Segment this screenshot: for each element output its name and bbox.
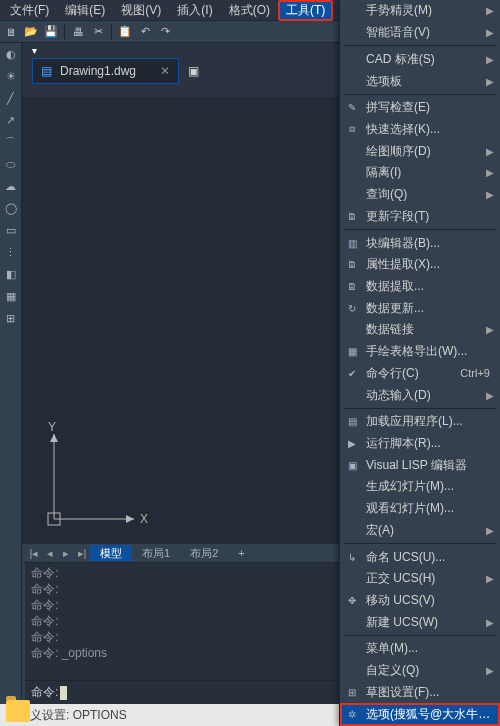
left-tool-2[interactable]: ╱ — [2, 89, 20, 107]
menu-item[interactable]: ▤加载应用程序(L)... — [340, 411, 500, 433]
toolbar-btn-4[interactable]: ✂ — [89, 23, 107, 41]
menu-blank-icon — [344, 25, 360, 41]
menu-blank-icon — [344, 614, 360, 630]
menu-编辑(E)[interactable]: 编辑(E) — [57, 0, 113, 21]
layout-tab-模型[interactable]: 模型 — [90, 545, 132, 561]
left-tool-3[interactable]: ↗ — [2, 111, 20, 129]
menu-格式(O)[interactable]: 格式(O) — [221, 0, 278, 21]
menu-glyph-icon: ✥ — [344, 592, 360, 608]
menu-item[interactable]: 生成幻灯片(M)... — [340, 476, 500, 498]
menu-item[interactable]: ✎拼写检查(E) — [340, 97, 500, 119]
menu-item[interactable]: 选项板▶ — [340, 70, 500, 92]
left-tool-12[interactable]: ⊞ — [2, 309, 20, 327]
layout-tab-布局1[interactable]: 布局1 — [132, 545, 180, 561]
menu-item[interactable]: ▣Visual LISP 编辑器 — [340, 454, 500, 476]
menu-item-label: 动态输入(D) — [366, 387, 480, 404]
menu-工具(T)[interactable]: 工具(T) — [278, 0, 333, 21]
toolbar-btn-0[interactable]: 🗎 — [2, 23, 20, 41]
menu-item[interactable]: 观看幻灯片(M)... — [340, 498, 500, 520]
menu-item[interactable]: ↻数据更新... — [340, 297, 500, 319]
left-tool-8[interactable]: ▭ — [2, 221, 20, 239]
menu-item[interactable]: ▥块编辑器(B)... — [340, 232, 500, 254]
left-tool-9[interactable]: ⋮ — [2, 243, 20, 261]
menu-item[interactable]: 查询(Q)▶ — [340, 184, 500, 206]
menu-item-label: 加载应用程序(L)... — [366, 413, 494, 430]
menu-item-label: 智能语音(V) — [366, 24, 480, 41]
menu-item-label: 隔离(I) — [366, 164, 480, 181]
menu-item[interactable]: ⊞草图设置(F)... — [340, 681, 500, 703]
menu-item[interactable]: ✔命令行(C)Ctrl+9 — [340, 362, 500, 384]
tools-menu: 手势精灵(M)▶智能语音(V)▶CAD 标准(S)▶选项板▶✎拼写检查(E)⧈快… — [339, 0, 500, 726]
left-tool-4[interactable]: ⌒ — [2, 133, 20, 151]
menu-item-label: 命名 UCS(U)... — [366, 549, 494, 566]
toolbar-btn-5[interactable]: 📋 — [116, 23, 134, 41]
nav-prev-icon[interactable]: ◂ — [42, 547, 58, 560]
left-tool-11[interactable]: ▦ — [2, 287, 20, 305]
svg-text:X: X — [140, 512, 148, 526]
menu-item[interactable]: 新建 UCS(W)▶ — [340, 611, 500, 633]
left-tool-10[interactable]: ◧ — [2, 265, 20, 283]
menu-blank-icon — [344, 571, 360, 587]
menu-item[interactable]: 正交 UCS(H)▶ — [340, 568, 500, 590]
close-icon[interactable]: ✕ — [160, 64, 170, 78]
toolbar-btn-3[interactable]: 🖶 — [69, 23, 87, 41]
layout-tab-布局2[interactable]: 布局2 — [180, 545, 228, 561]
menu-视图(V)[interactable]: 视图(V) — [113, 0, 169, 21]
ucs-icon: X Y — [44, 419, 154, 532]
menu-item[interactable]: ✥移动 UCS(V) — [340, 590, 500, 612]
new-tab-button[interactable]: ▣ — [188, 64, 199, 78]
menu-item-label: 宏(A) — [366, 522, 480, 539]
left-tool-6[interactable]: ☁ — [2, 177, 20, 195]
menu-separator — [344, 94, 496, 95]
menu-item[interactable]: 自定义(Q)▶ — [340, 660, 500, 682]
toolbar-btn-1[interactable]: 📂 — [22, 23, 40, 41]
menu-item-label: 选项(搜狐号@大水牛测绘 — [366, 706, 494, 723]
menu-item[interactable]: 手势精灵(M)▶ — [340, 0, 500, 22]
menu-item[interactable]: 智能语音(V)▶ — [340, 22, 500, 44]
nav-first-icon[interactable]: |◂ — [26, 547, 42, 560]
menu-item[interactable]: 菜单(M)... — [340, 638, 500, 660]
nav-last-icon[interactable]: ▸| — [74, 547, 90, 560]
menu-blank-icon — [344, 322, 360, 338]
toolbar-btn-6[interactable]: ↶ — [136, 23, 154, 41]
menu-blank-icon — [344, 51, 360, 67]
menu-glyph-icon: ▦ — [344, 344, 360, 360]
left-tool-1[interactable]: ☀ — [2, 67, 20, 85]
menu-item[interactable]: CAD 标准(S)▶ — [340, 48, 500, 70]
left-tool-5[interactable]: ⬭ — [2, 155, 20, 173]
toolbar-btn-2[interactable]: 💾 — [42, 23, 60, 41]
toolbar-btn-7[interactable]: ↷ — [156, 23, 174, 41]
menu-item[interactable]: ⧈快速选择(K)... — [340, 119, 500, 141]
menu-item[interactable]: 动态输入(D)▶ — [340, 384, 500, 406]
submenu-arrow-icon: ▶ — [486, 573, 494, 584]
menu-blank-icon — [344, 501, 360, 517]
menu-文件(F)[interactable]: 文件(F) — [2, 0, 57, 21]
nav-next-icon[interactable]: ▸ — [58, 547, 74, 560]
menu-item[interactable]: 🗎属性提取(X)... — [340, 254, 500, 276]
menu-item[interactable]: ↳命名 UCS(U)... — [340, 546, 500, 568]
menu-item-label: 绘图顺序(D) — [366, 143, 480, 160]
menu-item-label: 手势精灵(M) — [366, 2, 480, 19]
left-tool-7[interactable]: ◯ — [2, 199, 20, 217]
submenu-arrow-icon: ▶ — [486, 189, 494, 200]
menu-item[interactable]: 宏(A)▶ — [340, 519, 500, 541]
menu-item-label: 块编辑器(B)... — [366, 235, 494, 252]
document-tab[interactable]: ▤ Drawing1.dwg ✕ — [32, 58, 179, 84]
add-layout-button[interactable]: + — [228, 545, 254, 561]
menu-item[interactable]: 🗎更新字段(T) — [340, 205, 500, 227]
menu-插入(I)[interactable]: 插入(I) — [169, 0, 220, 21]
menu-blank-icon — [344, 522, 360, 538]
menu-item-label: 更新字段(T) — [366, 208, 494, 225]
menu-item-label: 观看幻灯片(M)... — [366, 500, 494, 517]
menu-item[interactable]: 隔离(I)▶ — [340, 162, 500, 184]
menu-glyph-icon: ✲ — [344, 707, 360, 723]
menu-item[interactable]: 数据链接▶ — [340, 319, 500, 341]
menu-item[interactable]: 🗎数据提取... — [340, 276, 500, 298]
explorer-icon[interactable] — [6, 700, 30, 722]
menu-blank-icon — [344, 479, 360, 495]
menu-item[interactable]: ▦手绘表格导出(W)... — [340, 341, 500, 363]
left-tool-0[interactable]: ◐ — [2, 45, 20, 63]
menu-item[interactable]: 绘图顺序(D)▶ — [340, 140, 500, 162]
menu-item[interactable]: ▶运行脚本(R)... — [340, 433, 500, 455]
menu-item[interactable]: ✲选项(搜狐号@大水牛测绘 — [340, 703, 500, 726]
